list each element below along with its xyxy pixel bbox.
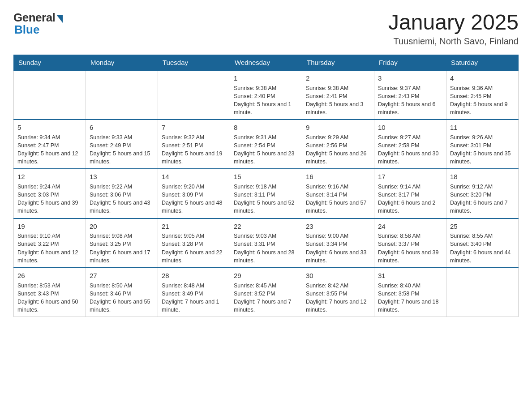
- daylight-text: Daylight: 5 hours and 12 minutes.: [17, 150, 78, 165]
- sunset-text: Sunset: 3:55 PM: [306, 291, 347, 297]
- sunset-text: Sunset: 3:28 PM: [162, 241, 203, 247]
- col-tuesday: Tuesday: [158, 55, 230, 70]
- day-number: 29: [234, 271, 298, 281]
- sunset-text: Sunset: 2:54 PM: [234, 142, 275, 149]
- day-number: 22: [234, 222, 298, 231]
- sunrise-text: Sunrise: 9:20 AM: [162, 184, 204, 190]
- sunset-text: Sunset: 3:01 PM: [450, 142, 491, 149]
- daylight-text: Daylight: 6 hours and 2 minutes.: [378, 200, 436, 214]
- sunrise-text: Sunrise: 9:05 AM: [162, 233, 204, 239]
- calendar-cell: 30Sunrise: 8:42 AMSunset: 3:55 PMDayligh…: [302, 268, 374, 317]
- sunrise-text: Sunrise: 9:26 AM: [450, 134, 493, 141]
- calendar-cell: 25Sunrise: 8:55 AMSunset: 3:40 PMDayligh…: [446, 218, 519, 268]
- sunrise-text: Sunrise: 9:24 AM: [17, 184, 60, 190]
- sunset-text: Sunset: 3:14 PM: [306, 192, 347, 198]
- day-number: 26: [17, 271, 82, 281]
- calendar-cell: 22Sunrise: 9:03 AMSunset: 3:31 PMDayligh…: [230, 218, 302, 268]
- calendar-cell: 27Sunrise: 8:50 AMSunset: 3:46 PMDayligh…: [86, 268, 158, 317]
- calendar-cell: 19Sunrise: 9:10 AMSunset: 3:22 PMDayligh…: [14, 218, 86, 268]
- calendar-cell: 10Sunrise: 9:27 AMSunset: 2:58 PMDayligh…: [374, 120, 446, 169]
- sunset-text: Sunset: 3:34 PM: [306, 241, 347, 247]
- calendar-cell: 11Sunrise: 9:26 AMSunset: 3:01 PMDayligh…: [446, 120, 519, 169]
- day-number: 9: [306, 123, 370, 133]
- daylight-text: Daylight: 7 hours and 18 minutes.: [378, 299, 439, 313]
- daylight-text: Daylight: 5 hours and 6 minutes.: [378, 101, 436, 116]
- daylight-text: Daylight: 5 hours and 26 minutes.: [306, 150, 367, 165]
- week-row-5: 26Sunrise: 8:53 AMSunset: 3:43 PMDayligh…: [14, 268, 519, 317]
- week-row-1: 1Sunrise: 9:38 AMSunset: 2:40 PMDaylight…: [14, 70, 519, 120]
- day-number: 28: [162, 271, 226, 281]
- calendar-cell: 4Sunrise: 9:36 AMSunset: 2:45 PMDaylight…: [446, 70, 519, 120]
- sunrise-text: Sunrise: 8:48 AM: [162, 283, 204, 289]
- logo-blue-text: Blue: [14, 23, 39, 37]
- daylight-text: Daylight: 5 hours and 43 minutes.: [90, 200, 150, 214]
- month-title: January 2025: [388, 11, 519, 34]
- sunset-text: Sunset: 2:45 PM: [450, 93, 491, 99]
- day-number: 23: [306, 222, 370, 231]
- sunrise-text: Sunrise: 9:27 AM: [378, 134, 420, 141]
- sunset-text: Sunset: 3:22 PM: [17, 241, 59, 247]
- sunset-text: Sunset: 3:58 PM: [378, 291, 419, 297]
- calendar-cell: 3Sunrise: 9:37 AMSunset: 2:43 PMDaylight…: [374, 70, 446, 120]
- sunset-text: Sunset: 3:06 PM: [90, 192, 131, 198]
- day-number: 31: [378, 271, 442, 281]
- day-number: 2: [306, 73, 370, 83]
- daylight-text: Daylight: 5 hours and 57 minutes.: [306, 200, 367, 214]
- sunrise-text: Sunrise: 9:38 AM: [306, 85, 348, 91]
- day-number: 11: [450, 123, 515, 133]
- sunset-text: Sunset: 3:37 PM: [378, 241, 419, 247]
- day-number: 15: [234, 172, 298, 182]
- daylight-text: Daylight: 7 hours and 7 minutes.: [234, 299, 292, 313]
- sunset-text: Sunset: 2:40 PM: [234, 93, 275, 99]
- day-number: 14: [162, 172, 226, 182]
- calendar-cell: 20Sunrise: 9:08 AMSunset: 3:25 PMDayligh…: [86, 218, 158, 268]
- calendar-cell: 5Sunrise: 9:34 AMSunset: 2:47 PMDaylight…: [14, 120, 86, 169]
- calendar-cell: 14Sunrise: 9:20 AMSunset: 3:09 PMDayligh…: [158, 169, 230, 218]
- calendar-cell: 18Sunrise: 9:12 AMSunset: 3:20 PMDayligh…: [446, 169, 519, 218]
- daylight-text: Daylight: 6 hours and 7 minutes.: [450, 200, 508, 214]
- sunset-text: Sunset: 3:43 PM: [17, 291, 59, 297]
- sunrise-text: Sunrise: 8:55 AM: [450, 233, 493, 239]
- daylight-text: Daylight: 6 hours and 39 minutes.: [378, 249, 439, 264]
- daylight-text: Daylight: 6 hours and 22 minutes.: [162, 249, 223, 264]
- daylight-text: Daylight: 6 hours and 12 minutes.: [17, 249, 78, 264]
- col-wednesday: Wednesday: [230, 55, 302, 70]
- calendar-cell: 23Sunrise: 9:00 AMSunset: 3:34 PMDayligh…: [302, 218, 374, 268]
- calendar-table: Sunday Monday Tuesday Wednesday Thursday…: [13, 55, 519, 317]
- daylight-text: Daylight: 6 hours and 44 minutes.: [450, 249, 511, 264]
- daylight-text: Daylight: 7 hours and 1 minute.: [162, 299, 219, 313]
- day-number: 20: [90, 222, 154, 231]
- calendar-cell: 28Sunrise: 8:48 AMSunset: 3:49 PMDayligh…: [158, 268, 230, 317]
- sunrise-text: Sunrise: 9:22 AM: [90, 184, 132, 190]
- calendar-cell: 12Sunrise: 9:24 AMSunset: 3:03 PMDayligh…: [14, 169, 86, 218]
- daylight-text: Daylight: 5 hours and 9 minutes.: [450, 101, 508, 116]
- sunrise-text: Sunrise: 9:18 AM: [234, 184, 276, 190]
- sunrise-text: Sunrise: 9:34 AM: [17, 134, 60, 141]
- col-sunday: Sunday: [14, 55, 86, 70]
- calendar-cell: 26Sunrise: 8:53 AMSunset: 3:43 PMDayligh…: [14, 268, 86, 317]
- week-row-3: 12Sunrise: 9:24 AMSunset: 3:03 PMDayligh…: [14, 169, 519, 218]
- calendar-cell: 6Sunrise: 9:33 AMSunset: 2:49 PMDaylight…: [86, 120, 158, 169]
- daylight-text: Daylight: 5 hours and 48 minutes.: [162, 200, 223, 214]
- daylight-text: Daylight: 5 hours and 15 minutes.: [90, 150, 150, 165]
- daylight-text: Daylight: 6 hours and 33 minutes.: [306, 249, 367, 264]
- sunset-text: Sunset: 2:47 PM: [17, 142, 59, 149]
- calendar-cell: 31Sunrise: 8:40 AMSunset: 3:58 PMDayligh…: [374, 268, 446, 317]
- day-number: 5: [17, 123, 82, 133]
- calendar-cell: 1Sunrise: 9:38 AMSunset: 2:40 PMDaylight…: [230, 70, 302, 120]
- day-number: 24: [378, 222, 442, 231]
- day-number: 21: [162, 222, 226, 231]
- day-number: 6: [90, 123, 154, 133]
- week-row-4: 19Sunrise: 9:10 AMSunset: 3:22 PMDayligh…: [14, 218, 519, 268]
- calendar-cell: 7Sunrise: 9:32 AMSunset: 2:51 PMDaylight…: [158, 120, 230, 169]
- title-section: January 2025 Tuusniemi, North Savo, Finl…: [388, 11, 519, 47]
- daylight-text: Daylight: 5 hours and 39 minutes.: [17, 200, 78, 214]
- sunrise-text: Sunrise: 9:29 AM: [306, 134, 348, 141]
- sunrise-text: Sunrise: 9:33 AM: [90, 134, 132, 141]
- day-number: 18: [450, 172, 515, 182]
- calendar-cell: 21Sunrise: 9:05 AMSunset: 3:28 PMDayligh…: [158, 218, 230, 268]
- calendar-cell: 29Sunrise: 8:45 AMSunset: 3:52 PMDayligh…: [230, 268, 302, 317]
- daylight-text: Daylight: 6 hours and 50 minutes.: [17, 299, 78, 313]
- sunset-text: Sunset: 2:56 PM: [306, 142, 347, 149]
- calendar-cell: 9Sunrise: 9:29 AMSunset: 2:56 PMDaylight…: [302, 120, 374, 169]
